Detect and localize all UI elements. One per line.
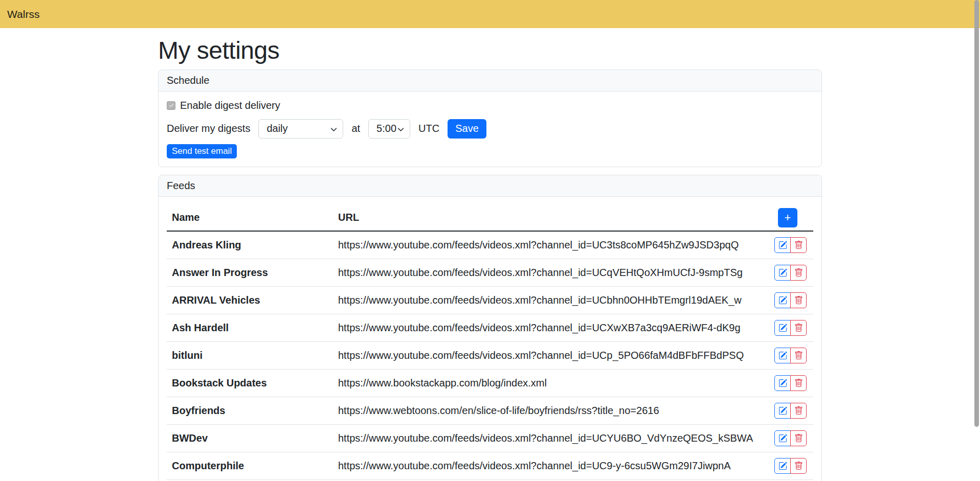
enable-digest-checkbox[interactable] xyxy=(167,101,175,110)
time-select-value: 5:00 xyxy=(376,123,396,134)
delete-feed-button[interactable] xyxy=(790,458,807,474)
schedule-card-body: Enable digest delivery Deliver my digest… xyxy=(159,91,821,167)
feed-actions-group xyxy=(774,237,807,253)
feeds-card: Feeds Name URL + Andreas Kl xyxy=(158,175,822,481)
main-container: My settings Schedule Enable digest deliv… xyxy=(158,36,822,481)
schedule-card-header: Schedule xyxy=(159,70,821,91)
pencil-square-icon xyxy=(778,351,787,360)
at-label: at xyxy=(351,123,360,134)
delete-feed-button[interactable] xyxy=(790,430,807,446)
feed-row: bitluni https://www.youtube.com/feeds/vi… xyxy=(167,341,813,369)
feed-row: Andreas Kling https://www.youtube.com/fe… xyxy=(167,231,813,259)
save-button[interactable]: Save xyxy=(448,119,486,139)
feed-row: Bookstack Updates https://www.bookstacka… xyxy=(167,369,813,397)
delete-feed-button[interactable] xyxy=(790,403,807,419)
scrollbar-thumb[interactable] xyxy=(974,0,979,427)
delete-feed-button[interactable] xyxy=(790,292,807,308)
timezone-label: UTC xyxy=(418,123,439,134)
feed-url: https://www.youtube.com/feeds/videos.xml… xyxy=(333,452,762,479)
app-brand: Walrss xyxy=(7,8,39,20)
edit-feed-button[interactable] xyxy=(774,375,791,391)
feed-actions-group xyxy=(774,375,807,391)
feed-actions-group xyxy=(774,458,807,474)
trash-icon xyxy=(794,462,803,470)
add-feed-button[interactable]: + xyxy=(778,208,797,227)
top-navbar: Walrss xyxy=(0,0,980,28)
feed-row: Ash Hardell https://www.youtube.com/feed… xyxy=(167,314,813,341)
feed-row: ARRIVAL Vehicles https://www.youtube.com… xyxy=(167,286,813,314)
pencil-square-icon xyxy=(778,268,787,277)
edit-feed-button[interactable] xyxy=(774,265,791,281)
pencil-square-icon xyxy=(778,379,787,387)
frequency-select-value: daily xyxy=(266,123,287,134)
frequency-select[interactable]: daily xyxy=(258,119,343,139)
feed-actions-group xyxy=(774,430,807,446)
time-select[interactable]: 5:00 xyxy=(368,119,410,139)
column-header-url: URL xyxy=(333,205,762,231)
trash-icon xyxy=(794,406,803,415)
send-test-email-button[interactable]: Send test email xyxy=(167,144,237,158)
trash-icon xyxy=(794,379,803,387)
trash-icon xyxy=(794,268,803,277)
feed-row: Boyfriends https://www.webtoons.com/en/s… xyxy=(167,397,813,424)
edit-feed-button[interactable] xyxy=(774,237,791,253)
trash-icon xyxy=(794,296,803,305)
feed-url: https://www.youtube.com/feeds/videos.xml… xyxy=(333,286,762,314)
schedule-card: Schedule Enable digest delivery Deliver … xyxy=(158,70,822,167)
edit-feed-button[interactable] xyxy=(774,458,791,474)
feed-name: bitluni xyxy=(167,341,333,369)
feed-actions-group xyxy=(774,265,807,281)
edit-feed-button[interactable] xyxy=(774,292,791,308)
plus-icon: + xyxy=(785,211,791,224)
feeds-table: Name URL + Andreas Kling https://www.you… xyxy=(167,205,813,481)
feed-name: BWDev xyxy=(167,424,333,452)
feed-name: Ash Hardell xyxy=(167,314,333,341)
feeds-table-header-row: Name URL + xyxy=(167,205,813,231)
feed-actions-group xyxy=(774,348,807,363)
trash-icon xyxy=(794,351,803,360)
pencil-square-icon xyxy=(778,324,787,332)
trash-icon xyxy=(794,434,803,443)
enable-digest-label: Enable digest delivery xyxy=(180,100,280,111)
check-icon xyxy=(168,102,174,108)
feed-name: Bookstack Updates xyxy=(167,369,333,397)
feed-row: Computerphile https://www.youtube.com/fe… xyxy=(167,452,813,479)
pencil-square-icon xyxy=(778,462,787,470)
deliver-label: Deliver my digests xyxy=(167,123,250,134)
delete-feed-button[interactable] xyxy=(790,375,807,391)
feed-name: Boyfriends xyxy=(167,397,333,424)
trash-icon xyxy=(794,324,803,332)
trash-icon xyxy=(794,241,803,249)
feed-url: https://www.youtube.com/feeds/videos.xml… xyxy=(333,259,762,286)
feed-name: Answer In Progress xyxy=(167,259,333,286)
feed-actions-group xyxy=(774,403,807,419)
page-scrollbar[interactable] xyxy=(973,0,980,481)
feeds-table-body: Andreas Kling https://www.youtube.com/fe… xyxy=(167,231,813,481)
pencil-square-icon xyxy=(778,406,787,415)
feed-url: https://www.youtube.com/feeds/videos.xml… xyxy=(333,424,762,452)
edit-feed-button[interactable] xyxy=(774,348,791,363)
feed-actions-group xyxy=(774,292,807,308)
edit-feed-button[interactable] xyxy=(774,430,791,446)
delete-feed-button[interactable] xyxy=(790,320,807,336)
feed-url: https://www.youtube.com/feeds/videos.xml… xyxy=(333,341,762,369)
feed-url: https://www.youtube.com/feeds/videos.xml… xyxy=(333,314,762,341)
feed-row: Answer In Progress https://www.youtube.c… xyxy=(167,259,813,286)
delete-feed-button[interactable] xyxy=(790,348,807,363)
chevron-down-icon xyxy=(397,126,404,133)
edit-feed-button[interactable] xyxy=(774,320,791,336)
edit-feed-button[interactable] xyxy=(774,403,791,419)
feed-name: Andreas Kling xyxy=(167,231,333,259)
page-title: My settings xyxy=(158,36,822,65)
feed-url: https://www.bookstackapp.com/blog/index.… xyxy=(333,369,762,397)
pencil-square-icon xyxy=(778,434,787,443)
pencil-square-icon xyxy=(778,296,787,305)
feed-name: Computerphile xyxy=(167,452,333,479)
delete-feed-button[interactable] xyxy=(790,265,807,281)
feeds-card-body: Name URL + Andreas Kling https://www.you… xyxy=(159,197,821,481)
feeds-card-header: Feeds xyxy=(159,175,821,197)
feed-actions-group xyxy=(774,320,807,336)
delete-feed-button[interactable] xyxy=(790,237,807,253)
feed-url: https://www.youtube.com/feeds/videos.xml… xyxy=(333,231,762,259)
column-header-name: Name xyxy=(167,205,333,231)
